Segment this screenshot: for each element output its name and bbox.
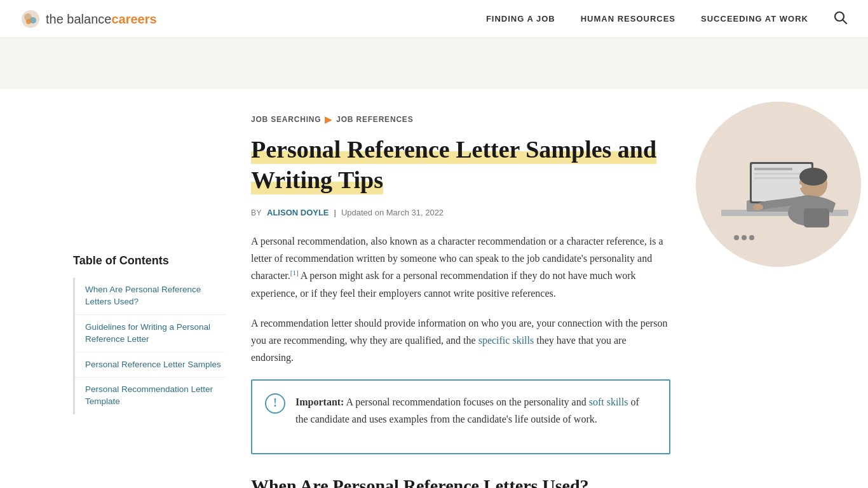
nav-succeeding-at-work[interactable]: SUCCEEDING AT WORK [701, 14, 808, 24]
important-icon: ! [265, 393, 285, 414]
author-name-link[interactable]: ALISON DOYLE [267, 208, 329, 217]
svg-point-18 [753, 204, 763, 210]
toc-item-4: Personal Recommendation Letter Template [75, 377, 226, 414]
svg-point-3 [26, 19, 31, 24]
svg-line-5 [843, 20, 847, 24]
breadcrumb-separator: ▶ [325, 114, 332, 125]
sidebar-toc: Table of Contents When Are Personal Refe… [73, 254, 226, 488]
nav-human-resources[interactable]: HUMAN RESOURCES [581, 14, 675, 24]
callout-box: ! Important: A personal recommendation f… [251, 379, 670, 454]
logo-the-balance: the balance [46, 12, 111, 26]
hero-svg [696, 102, 861, 267]
article-content: JOB SEARCHING ▶ JOB REFERENCES Personal … [251, 114, 670, 488]
section-heading-when-used: When Are Personal Reference Letters Used… [251, 475, 670, 488]
logo[interactable]: the balancecareers [20, 9, 157, 29]
toc-list: When Are Personal Reference Letters Used… [73, 278, 226, 414]
main-container: Table of Contents When Are Personal Refe… [53, 89, 815, 488]
nav-finding-job[interactable]: FINDING A JOB [486, 14, 555, 24]
callout-text: Important: A personal recommendation foc… [295, 393, 654, 428]
article-title-wrapper: Personal Reference Letter Samples and Wr… [251, 135, 670, 195]
svg-rect-11 [754, 168, 792, 170]
breadcrumb-job-references[interactable]: JOB REFERENCES [336, 115, 413, 124]
specific-skills-link[interactable]: specific skills [478, 335, 534, 346]
banner-ad [0, 38, 868, 89]
article-title-text: Personal Reference Letter Samples and Wr… [251, 136, 656, 193]
svg-rect-20 [734, 235, 739, 240]
toc-title: Table of Contents [73, 254, 226, 268]
toc-link-4[interactable]: Personal Recommendation Letter Template [85, 384, 226, 408]
author-separator: | [334, 208, 336, 217]
author-line: BY ALISON DOYLE | Updated on March 31, 2… [251, 208, 670, 217]
hero-image [696, 102, 861, 267]
intro-paragraph-2: A recommendation letter should provide i… [251, 315, 670, 367]
soft-skills-link[interactable]: soft skills [589, 396, 628, 407]
footnote-1: [1] [290, 269, 299, 276]
svg-rect-22 [749, 235, 754, 240]
toc-link-1[interactable]: When Are Personal Reference Letters Used… [85, 284, 226, 308]
svg-rect-19 [804, 208, 829, 227]
svg-rect-13 [754, 177, 799, 179]
svg-point-17 [798, 184, 802, 188]
breadcrumb-job-searching[interactable]: JOB SEARCHING [251, 115, 321, 124]
site-header: the balancecareers FINDING A JOB HUMAN R… [0, 0, 868, 38]
svg-point-16 [799, 168, 827, 186]
article-body: A personal recommendation, also known as… [251, 233, 670, 488]
updated-date: Updated on March 31, 2022 [341, 208, 444, 217]
callout-important-label: Important: [295, 396, 344, 407]
toc-item-1: When Are Personal Reference Letters Used… [75, 278, 226, 315]
search-icon[interactable] [834, 11, 848, 27]
svg-rect-12 [754, 173, 805, 175]
logo-icon [20, 9, 41, 29]
intro-paragraph-1: A personal recommendation, also known as… [251, 233, 670, 302]
main-nav: FINDING A JOB HUMAN RESOURCES SUCCEEDING… [486, 11, 848, 27]
toc-link-2[interactable]: Guidelines for Writing a Personal Refere… [85, 322, 226, 346]
svg-rect-21 [742, 235, 747, 240]
author-by-label: BY [251, 208, 262, 217]
toc-link-3[interactable]: Personal Reference Letter Samples [85, 359, 226, 371]
intro-p1-cont: A person might ask for a personal recomm… [251, 271, 636, 299]
logo-careers: careers [111, 12, 156, 26]
hero-image-container [696, 102, 868, 267]
article-title: Personal Reference Letter Samples and Wr… [251, 136, 656, 194]
toc-item-2: Guidelines for Writing a Personal Refere… [75, 315, 226, 353]
breadcrumb: JOB SEARCHING ▶ JOB REFERENCES [251, 114, 670, 125]
callout-text-start: A personal recommendation focuses on the… [344, 396, 588, 407]
logo-text: the balancecareers [46, 13, 157, 25]
toc-item-3: Personal Reference Letter Samples [75, 353, 226, 378]
